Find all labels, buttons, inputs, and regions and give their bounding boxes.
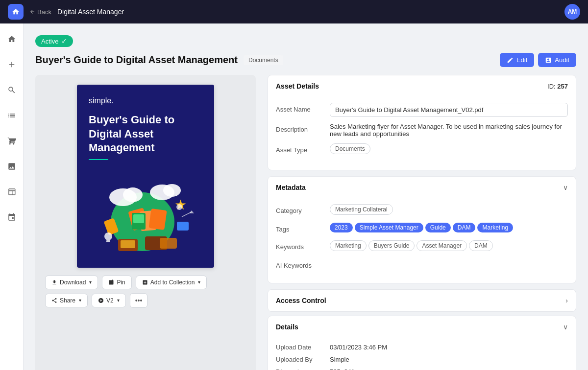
asset-name-label: Asset Name (276, 103, 330, 113)
metadata-title: Metadata (276, 184, 306, 191)
preview-brand: simple. (89, 96, 202, 105)
sidebar-icon-table[interactable] (4, 184, 20, 200)
svg-rect-8 (148, 208, 167, 230)
category-value: Marketing Collateral (330, 204, 393, 215)
asset-type-value: Documents (330, 143, 370, 154)
dimensions-row: Dimensions 595×841 (276, 368, 568, 370)
top-navigation: Back Digital Asset Manager AM (0, 0, 588, 23)
keyword-marketing: Marketing (330, 240, 367, 251)
description-value: Sales Marketing flyer for Asset Manager.… (330, 123, 568, 138)
category-label: Category (276, 204, 330, 214)
share-button[interactable]: Share (45, 294, 88, 307)
sidebar-icon-pin[interactable] (4, 209, 20, 225)
asset-id: ID: 257 (547, 83, 568, 90)
asset-details-header[interactable]: Asset Details ID: 257 (268, 75, 576, 97)
upload-date-label: Upload Date (276, 344, 330, 351)
pin-button[interactable]: Pin (102, 276, 131, 289)
header-actions: Edit Audit (500, 53, 576, 67)
preview-container: simple. Buyer's Guide to Digital Asset M… (77, 85, 214, 268)
asset-type-row: Asset Type Documents (276, 143, 568, 156)
version-button[interactable]: V2 (92, 294, 126, 307)
main-content: Active ✓ Buyer's Guide to Digital Asset … (24, 23, 588, 370)
description-row: Description Sales Marketing flyer for As… (276, 123, 568, 138)
svg-point-13 (104, 232, 112, 240)
preview-actions: Download Pin Add to Collection Share V2 (45, 276, 246, 308)
download-label: Download (60, 279, 86, 286)
sidebar-icon-list[interactable] (4, 108, 20, 123)
uploaded-by-value: Simple (330, 356, 568, 363)
audit-button[interactable]: Audit (538, 53, 576, 67)
upload-date-value: 03/01/2023 3:46 PM (330, 344, 568, 351)
access-control-title: Access Control (276, 297, 326, 304)
access-control-section[interactable]: Access Control › (268, 289, 576, 312)
preview-illustration: ★ (89, 168, 202, 256)
dimensions-value: 595×841 (330, 368, 568, 370)
sidebar-icon-image[interactable] (4, 159, 20, 174)
page-header: Buyer's Guide to Digital Asset Managemen… (35, 53, 576, 67)
doc-type-badge: Documents (244, 55, 283, 65)
metadata-chevron-icon: ∨ (563, 184, 568, 191)
sidebar-icon-home[interactable] (4, 31, 20, 47)
details-body: Upload Date 03/01/2023 3:46 PM Uploaded … (268, 338, 576, 370)
add-collection-label: Add to Collection (150, 279, 195, 286)
ai-keywords-row: AI Keywords (276, 259, 568, 269)
tag-2023: 2023 (330, 223, 353, 232)
description-label: Description (276, 123, 330, 133)
metadata-body: Category Marketing Collateral Tags 2023 … (268, 198, 576, 283)
category-row: Category Marketing Collateral (276, 204, 568, 217)
user-avatar[interactable]: AM (564, 4, 580, 20)
more-actions-button[interactable]: ••• (130, 293, 148, 308)
details-header[interactable]: Details ∨ (268, 316, 576, 338)
content-area: simple. Buyer's Guide to Digital Asset M… (35, 75, 576, 370)
sidebar (0, 23, 24, 370)
sidebar-icon-add[interactable] (4, 57, 20, 72)
page-title: Buyer's Guide to Digital Asset Managemen… (35, 54, 238, 66)
status-check-icon: ✓ (61, 37, 67, 45)
svg-rect-17 (121, 240, 135, 248)
edit-label: Edit (516, 56, 527, 64)
tag-guide: Guide (425, 223, 451, 232)
preview-line (89, 159, 108, 160)
keywords-row: Keywords Marketing Buyers Guide Asset Ma… (276, 240, 568, 253)
svg-rect-12 (177, 222, 189, 231)
status-label: Active (41, 38, 58, 45)
upload-date-row: Upload Date 03/01/2023 3:46 PM (276, 344, 568, 351)
svg-rect-10 (133, 214, 144, 223)
home-icon[interactable] (8, 4, 24, 20)
asset-type-label: Asset Type (276, 143, 330, 154)
metadata-section: Metadata ∨ Category Marketing Collateral… (268, 176, 576, 283)
add-collection-button[interactable]: Add to Collection (136, 276, 207, 289)
edit-button[interactable]: Edit (500, 53, 534, 67)
pin-label: Pin (117, 279, 125, 286)
version-label: V2 (106, 297, 114, 304)
details-chevron-icon: ∨ (563, 323, 568, 331)
svg-rect-19 (160, 238, 177, 249)
tags-label: Tags (276, 223, 330, 233)
keyword-dam: DAM (469, 240, 493, 251)
sidebar-icon-search[interactable] (4, 82, 20, 98)
access-control-chevron-icon: › (565, 297, 568, 304)
asset-name-input[interactable] (330, 103, 568, 117)
right-panel: Asset Details ID: 257 Asset Name Descr (268, 75, 576, 370)
share-label: Share (60, 297, 75, 304)
back-button[interactable]: Back (29, 8, 51, 16)
download-button[interactable]: Download (45, 276, 98, 289)
svg-point-15 (176, 204, 182, 210)
app-title: Digital Asset Manager (57, 8, 124, 16)
tag-simple-asset-manager: Simple Asset Manager (355, 223, 423, 232)
audit-label: Audit (555, 56, 569, 64)
keywords-container: Marketing Buyers Guide Asset Manager DAM (330, 240, 568, 253)
asset-preview-panel: simple. Buyer's Guide to Digital Asset M… (35, 75, 256, 370)
metadata-header[interactable]: Metadata ∨ (268, 177, 576, 198)
tags-row: Tags 2023 Simple Asset Manager Guide DAM… (276, 223, 568, 234)
details-section: Details ∨ Upload Date 03/01/2023 3:46 PM… (268, 316, 576, 370)
asset-name-row: Asset Name (276, 103, 568, 117)
uploaded-by-row: Uploaded By Simple (276, 356, 568, 363)
status-badge: Active ✓ (35, 35, 73, 47)
svg-point-4 (163, 184, 181, 197)
tag-marketing: Marketing (477, 223, 513, 232)
uploaded-by-label: Uploaded By (276, 356, 330, 363)
tag-dam: DAM (453, 223, 476, 232)
tags-container: 2023 Simple Asset Manager Guide DAM Mark… (330, 223, 568, 234)
sidebar-icon-cart[interactable] (4, 133, 20, 149)
